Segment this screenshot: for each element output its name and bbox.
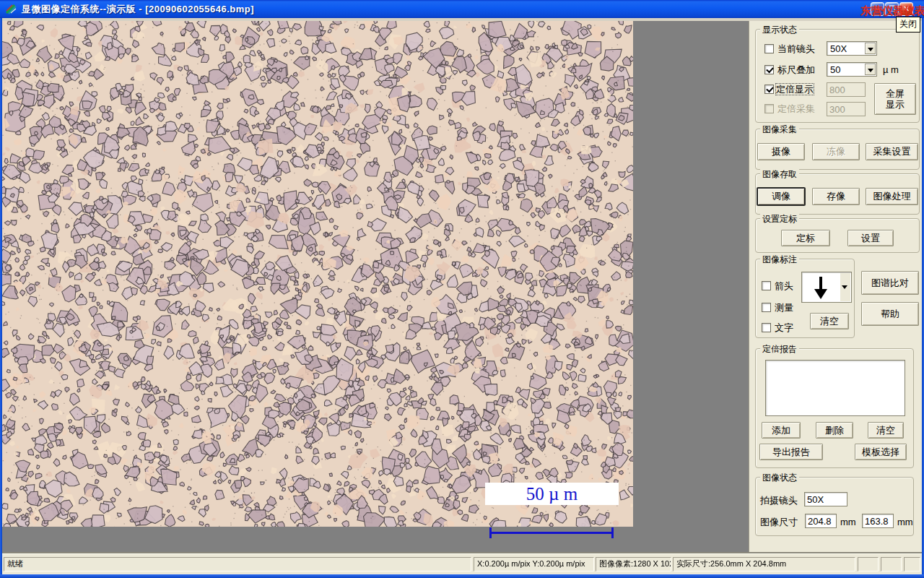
- fixed-capture-checkbox: [764, 104, 774, 113]
- shot-lens-label: 拍摄镜头: [760, 494, 798, 507]
- window-title: 显微图像定倍系统--演示版 - [20090602055646.bmp]: [22, 3, 254, 16]
- group-annotation: 图像标注 箭头 测量 清空 文字: [755, 259, 855, 338]
- micrograph-canvas[interactable]: [2, 21, 633, 527]
- fixed-capture-label: 定倍采集: [777, 103, 815, 114]
- report-add-button[interactable]: 添加: [762, 422, 801, 439]
- text-checkbox[interactable]: [762, 323, 771, 332]
- down-arrow-icon: [812, 275, 829, 300]
- measure-label: 测量: [775, 302, 793, 313]
- report-listbox[interactable]: [765, 360, 905, 416]
- image-height-unit: mm: [897, 517, 913, 527]
- group-report: 定倍报告 添加 删除 清空 导出报告 模板选择: [755, 348, 914, 468]
- window-border-bottom: [0, 574, 924, 578]
- scale-bar-overlay: 50 µ m: [483, 482, 624, 547]
- group-calibration: 设置定标 定标 设置: [755, 218, 920, 253]
- measure-checkbox[interactable]: [762, 303, 771, 312]
- arrow-label: 箭头: [775, 280, 793, 291]
- image-size-label: 图像尺寸: [760, 516, 798, 529]
- title-bar: 显微图像定倍系统--演示版 - [20090602055646.bmp] – ❐…: [0, 0, 924, 18]
- shot-lens-field[interactable]: 50X: [804, 492, 847, 506]
- group-title-display-status: 显示状态: [760, 24, 799, 36]
- scale-bar-line: [489, 532, 614, 534]
- scale-bar-label: 50 µ m: [485, 483, 619, 505]
- status-panel-empty: [881, 557, 902, 571]
- chevron-down-icon[interactable]: [840, 273, 850, 301]
- template-select-button[interactable]: 模板选择: [855, 444, 907, 460]
- status-actual-size: 实际尺寸:256.0mm X 204.8mm: [673, 557, 855, 571]
- chevron-down-icon[interactable]: [865, 43, 876, 54]
- image-process-button[interactable]: 图像处理: [866, 188, 918, 205]
- app-icon: [5, 3, 17, 15]
- report-delete-button[interactable]: 删除: [816, 422, 853, 439]
- group-title-capture: 图像采集: [760, 124, 799, 136]
- calibrate-button[interactable]: 定标: [781, 230, 830, 246]
- image-width-field[interactable]: 204.8: [805, 514, 837, 528]
- group-storage: 图像存取 调像 存像 图像处理: [755, 173, 920, 215]
- current-lens-label: 当前镜头: [777, 43, 815, 54]
- close-tooltip: 关闭: [896, 17, 920, 33]
- arrow-style-combo[interactable]: [801, 272, 852, 303]
- status-image-pixels: 图像像素:1280 X 1024: [596, 557, 671, 571]
- ruler-unit-label: µ m: [883, 64, 899, 75]
- capture-settings-button[interactable]: 采集设置: [866, 143, 918, 160]
- annotation-clear-button[interactable]: 清空: [810, 313, 849, 329]
- client-area: 50 µ m: [2, 21, 749, 553]
- fixed-display-label: 定倍显示: [776, 84, 814, 95]
- calibration-setup-button[interactable]: 设置: [847, 230, 894, 246]
- image-height-field[interactable]: 163.8: [862, 514, 894, 528]
- scale-bar-tick-left: [489, 527, 492, 538]
- freeze-button: 冻像: [812, 143, 860, 160]
- shoot-button[interactable]: 摄像: [757, 143, 805, 160]
- status-ready: 就绪: [4, 557, 471, 571]
- status-panel-empty: [858, 557, 879, 571]
- current-lens-combo[interactable]: 50X: [827, 41, 877, 56]
- fixed-display-checkbox[interactable]: [764, 85, 774, 94]
- fixed-capture-value-field: 300: [827, 102, 866, 116]
- save-image-button[interactable]: 存像: [812, 188, 860, 205]
- scale-bar-tick-right: [611, 527, 614, 538]
- app-window: 显微图像定倍系统--演示版 - [20090602055646.bmp] – ❐…: [0, 0, 924, 578]
- group-capture: 图像采集 摄像 冻像 采集设置: [755, 129, 920, 170]
- ruler-overlay-checkbox[interactable]: [764, 65, 774, 74]
- status-panel-empty: [904, 557, 920, 571]
- group-title-storage: 图像存取: [760, 168, 799, 181]
- status-pixel-scale: X:0.200µ m/pix Y:0.200µ m/pix: [474, 557, 594, 571]
- fixed-display-value-field: 800: [827, 82, 866, 97]
- group-image-status: 图像状态 拍摄镜头 50X 图像尺寸 204.8 mm 163.8 mm: [755, 477, 914, 536]
- text-label: 文字: [775, 322, 793, 333]
- group-title-image-status: 图像状态: [760, 472, 799, 484]
- control-panel: 显示状态 当前镜头 50X 标尺叠加 50 µ m 定倍显示 800 定倍采集 …: [749, 21, 922, 553]
- image-viewer[interactable]: 50 µ m: [2, 21, 633, 527]
- chevron-down-icon[interactable]: [865, 64, 876, 75]
- ruler-overlay-label: 标尺叠加: [777, 64, 815, 75]
- group-display-status: 显示状态 当前镜头 50X 标尺叠加 50 µ m 定倍显示 800 定倍采集 …: [755, 29, 920, 123]
- image-width-unit: mm: [840, 517, 856, 527]
- group-title-calibration: 设置定标: [760, 213, 799, 225]
- status-bar: 就绪 X:0.200µ m/pix Y:0.200µ m/pix 图像像素:12…: [2, 553, 922, 574]
- fullscreen-button[interactable]: 全屏 显示: [874, 83, 916, 115]
- arrow-checkbox[interactable]: [762, 281, 771, 290]
- report-clear-button[interactable]: 清空: [868, 422, 904, 439]
- help-button[interactable]: 帮助: [861, 302, 919, 326]
- group-title-annotation: 图像标注: [760, 254, 799, 266]
- atlas-compare-button[interactable]: 图谱比对: [861, 271, 919, 295]
- current-lens-checkbox[interactable]: [764, 44, 774, 53]
- group-title-report: 定倍报告: [760, 343, 799, 355]
- ruler-value-combo[interactable]: 50: [827, 62, 877, 77]
- report-export-button[interactable]: 导出报告: [759, 444, 823, 460]
- load-image-button[interactable]: 调像: [757, 188, 805, 205]
